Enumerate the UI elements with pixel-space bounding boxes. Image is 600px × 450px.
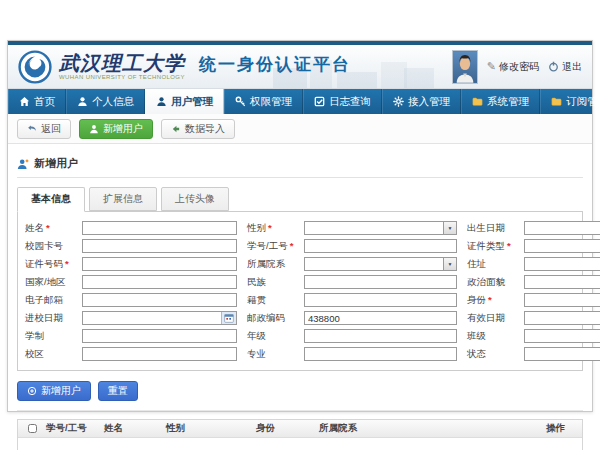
form-actions: 新增用户 重置 [17,381,583,411]
nav-item-4[interactable]: 日志查询 [303,89,382,114]
form-field-class: 班级 [467,329,600,343]
field-label: 籍贯 [247,294,304,307]
nav-item-2[interactable]: 用户管理 [145,89,224,114]
new-user-form: 姓名*性别*▼出生日期校园卡号学号/工号*证件类型*证件号码*所属院系▼住址国家… [17,211,583,371]
table-column-header-1: 姓名 [100,422,162,435]
section-title: 新增用户 [34,156,78,171]
form-field-valid-date: 有效日期 [467,311,600,325]
status-input[interactable] [525,348,600,360]
data-import-button[interactable]: 数据导入 [161,119,235,139]
student-id-input[interactable] [305,240,456,252]
field-label: 姓名* [25,222,82,235]
nav-item-label: 个人信息 [92,95,134,109]
nav-item-3[interactable]: 权限管理 [224,89,303,114]
field-label: 校区 [25,348,82,361]
field-label: 学制 [25,330,82,343]
name-input[interactable] [83,222,236,234]
section-header: 新增用户 [17,156,583,178]
nav-item-label: 用户管理 [171,95,213,109]
chevron-down-icon[interactable]: ▼ [443,222,456,234]
nav-item-0[interactable]: 首页 [8,89,66,114]
change-password-label: 修改密码 [499,60,539,74]
form-field-native-place: 籍贯 [247,293,457,307]
native-place-input[interactable] [305,294,456,306]
content-area: 新增用户 基本信息 扩展信息 上传头像 姓名*性别*▼出生日期校园卡号学号/工号… [8,144,592,450]
university-title-block: 武汉理工大学 WUHAN UNIVERSITY OF TECHNOLOGY [59,53,185,80]
logout-link[interactable]: 退出 [548,60,582,74]
email-input[interactable] [83,294,236,306]
required-asterisk: * [488,294,492,305]
submit-new-user-label: 新增用户 [41,384,81,398]
field-label: 有效日期 [467,312,524,325]
submit-new-user-button[interactable]: 新增用户 [17,381,91,401]
campus-card-input[interactable] [83,240,236,252]
schooling-length-input[interactable] [83,330,236,342]
field-label: 民族 [247,276,304,289]
political-status-input[interactable] [525,276,600,288]
department-select[interactable] [305,258,443,270]
university-name: 武汉理工大学 [59,53,185,73]
log-icon [314,96,325,107]
enroll-date-date-input[interactable] [83,312,221,324]
valid-date-date-input[interactable] [525,312,600,324]
table-column-header-2: 性别 [162,422,252,435]
nav-item-5[interactable]: 接入管理 [382,89,461,114]
form-field-political-status: 政治面貌 [467,275,600,289]
header: 武汉理工大学 WUHAN UNIVERSITY OF TECHNOLOGY 统一… [8,45,592,89]
postal-code-input[interactable] [305,312,456,324]
field-label: 进校日期 [25,312,82,325]
field-label: 学号/工号* [247,240,304,253]
tab-extended-info[interactable]: 扩展信息 [89,187,157,211]
left-arrow-icon [171,124,181,134]
university-name-en: WUHAN UNIVERSITY OF TECHNOLOGY [59,74,185,80]
table-column-header-4: 所属院系 [315,422,542,435]
ethnicity-input[interactable] [305,276,456,288]
nav-item-1[interactable]: 个人信息 [66,89,145,114]
data-import-label: 数据导入 [185,122,225,136]
pencil-icon: ✎ [487,60,496,73]
id-type-input[interactable] [525,240,600,252]
tab-basic-info[interactable]: 基本信息 [17,187,85,212]
nav-item-6[interactable]: 系统管理 [461,89,540,114]
enroll-date-calendar-button[interactable] [221,312,236,324]
address-input[interactable] [525,258,600,270]
table-column-header-3: 身份 [252,422,315,435]
identity-input[interactable] [525,294,600,306]
grade-input[interactable] [305,330,456,342]
nav-item-label: 接入管理 [408,95,450,109]
reset-button[interactable]: 重置 [98,381,138,401]
field-label: 身份* [467,294,524,307]
select-all-checkbox[interactable] [28,424,37,433]
id-number-input[interactable] [83,258,236,270]
empty-table-row [18,438,582,450]
chevron-down-icon[interactable]: ▼ [443,258,456,270]
field-label: 邮政编码 [247,312,304,325]
major-input[interactable] [305,348,456,360]
birth-date-date-input[interactable] [525,222,600,234]
class-input[interactable] [525,330,600,342]
change-password-link[interactable]: ✎ 修改密码 [487,60,539,74]
form-field-status: 状态 [467,347,600,361]
field-label: 电子邮箱 [25,294,82,307]
country-input[interactable] [83,276,236,288]
back-button[interactable]: 返回 [17,119,71,139]
user-icon [77,96,88,107]
undo-arrow-icon [27,124,37,134]
gender-select[interactable] [305,222,443,234]
toolbar-new-user-button[interactable]: 新增用户 [79,119,153,139]
select-all-cell [18,424,42,433]
nav-item-label: 系统管理 [487,95,529,109]
nav-item-7[interactable]: 订阅管理 [540,89,600,114]
main-nav: 首页个人信息用户管理权限管理日志查询接入管理系统管理订阅管理 [8,89,592,114]
form-field-campus: 校区 [25,347,237,361]
tab-upload-avatar[interactable]: 上传头像 [161,187,229,211]
required-asterisk: * [507,240,511,251]
form-field-schooling-length: 学制 [25,329,237,343]
field-label: 状态 [467,348,524,361]
gear-icon [393,96,404,107]
campus-input[interactable] [83,348,236,360]
form-field-postal-code: 邮政编码 [247,311,457,325]
field-label: 出生日期 [467,222,524,235]
home-icon [19,96,30,107]
add-user-icon [89,124,99,134]
